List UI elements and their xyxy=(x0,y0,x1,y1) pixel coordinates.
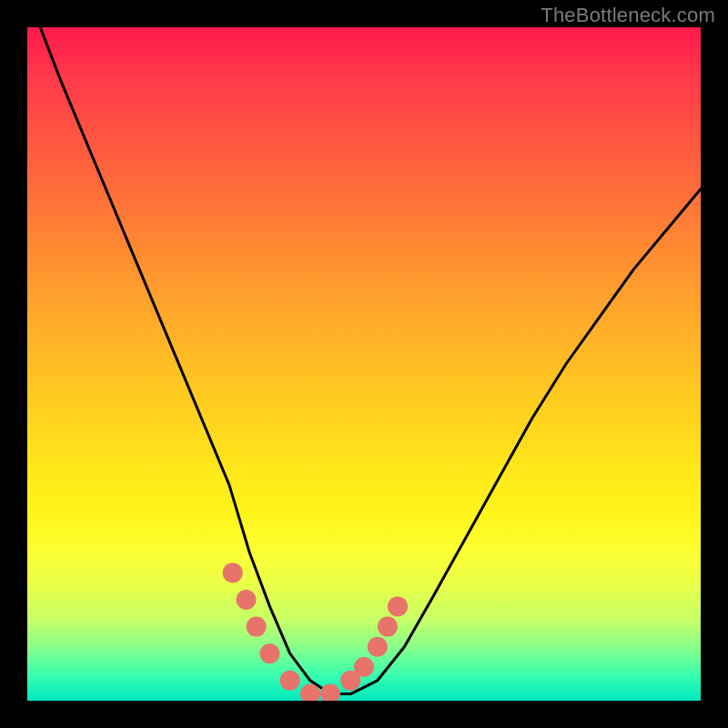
svg-point-6 xyxy=(320,684,340,701)
plot-area xyxy=(27,27,701,701)
curve-layer xyxy=(27,27,701,701)
bottleneck-curve xyxy=(27,27,701,694)
watermark-text: TheBottleneck.com xyxy=(541,4,715,27)
svg-point-8 xyxy=(354,657,374,677)
svg-point-2 xyxy=(247,617,267,637)
chart-frame: TheBottleneck.com xyxy=(0,0,728,728)
highlight-dots xyxy=(223,562,408,701)
svg-point-10 xyxy=(378,617,398,637)
svg-point-9 xyxy=(368,637,388,657)
svg-point-3 xyxy=(259,643,279,663)
svg-point-1 xyxy=(237,590,257,610)
svg-point-0 xyxy=(223,562,243,582)
svg-point-11 xyxy=(388,596,408,616)
svg-point-4 xyxy=(280,671,300,691)
